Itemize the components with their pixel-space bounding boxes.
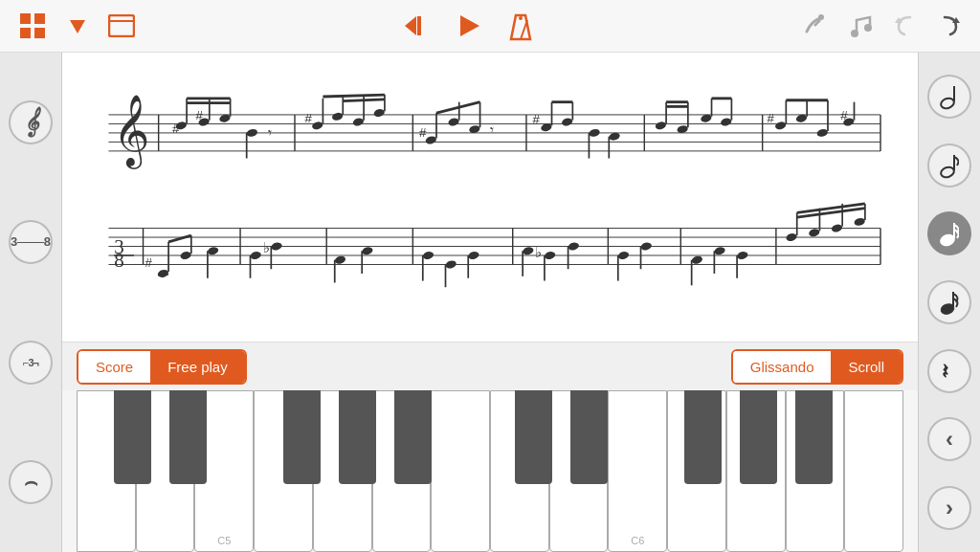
svg-point-166 [940,165,955,178]
main-content: 𝄞 38 ⌐3¬ ⌢ 𝄞 [0,53,980,552]
svg-point-146 [691,255,703,265]
undo-button[interactable] [889,10,922,42]
svg-point-133 [522,246,534,255]
toolbar-right [799,9,966,43]
free-play-button[interactable]: Free play [150,351,245,383]
svg-point-89 [816,128,829,138]
black-key-6[interactable] [515,390,552,484]
toolbar-center [399,7,539,45]
svg-point-80 [720,117,732,126]
undo-icon [893,13,918,38]
black-key-3[interactable] [283,390,321,484]
svg-point-15 [851,30,858,37]
svg-point-85 [774,121,787,130]
play-icon [455,12,481,39]
white-key-10[interactable]: C6 [608,390,667,552]
svg-rect-2 [20,28,31,38]
svg-rect-0 [20,13,31,24]
svg-text:#: # [767,111,774,125]
slur-button[interactable]: ⌢ [9,460,53,504]
dropdown-icon-button[interactable] [62,11,93,41]
score-button[interactable]: Score [78,351,150,383]
svg-point-118 [271,241,283,251]
touch-button-group: Glissando Scroll [731,349,903,385]
svg-marker-9 [460,15,479,36]
svg-point-121 [334,255,346,265]
play-button[interactable] [451,9,485,43]
piano-keyboard: C5 C6 [62,390,918,552]
time-signature-button[interactable]: 38 [9,220,53,264]
scroll-button[interactable]: Scroll [831,351,902,383]
svg-rect-8 [417,16,421,35]
svg-point-54 [448,117,460,126]
treble-clef-symbol: 𝄞 [113,95,149,169]
rewind-button[interactable] [399,9,434,43]
score-area: 𝄞 # # 𝄾 [62,53,918,552]
nav-next-button[interactable]: › [927,486,971,530]
svg-line-11 [521,20,527,39]
svg-text:𝄾: 𝄾 [490,127,494,133]
note-duration-2[interactable] [927,144,971,188]
svg-text:#: # [419,125,427,140]
black-key-5[interactable] [394,390,432,484]
svg-point-150 [736,251,748,260]
c5-label: C5 [195,535,253,546]
svg-point-52 [425,135,437,144]
svg-text:#: # [145,255,152,270]
svg-marker-7 [405,16,416,35]
svg-point-141 [617,251,630,260]
metronome-icon [506,11,535,41]
svg-point-164 [940,97,955,110]
svg-point-72 [655,121,667,130]
settings-button[interactable] [799,9,834,43]
white-key-7[interactable] [431,390,490,552]
svg-point-64 [561,117,573,126]
svg-point-44 [352,117,365,126]
glissando-button[interactable]: Glissando [733,351,832,383]
music-button[interactable] [845,9,878,43]
metronome-button[interactable] [502,7,539,45]
black-key-9[interactable] [740,390,777,484]
nav-prev-button[interactable]: ‹ [927,417,971,461]
note-duration-3-active[interactable] [927,211,971,255]
svg-point-168 [940,233,955,247]
svg-point-136 [544,251,556,260]
notation-svg: 𝄞 # # 𝄾 [81,60,899,334]
notation-section: 𝄞 # # 𝄾 [62,53,918,342]
svg-point-159 [854,217,866,227]
settings-icon [803,12,830,39]
black-key-2[interactable] [169,390,207,484]
black-key-1[interactable] [114,390,151,484]
black-key-4[interactable] [339,390,376,484]
black-key-7[interactable] [570,390,608,484]
svg-point-143 [640,241,653,251]
svg-point-67 [589,128,601,138]
svg-point-128 [445,259,457,269]
treble-clef-button[interactable]: 𝄞 [9,100,53,144]
svg-line-111 [168,235,191,242]
svg-line-49 [343,99,385,101]
mode-button-group: Score Free play [77,349,247,385]
redo-button[interactable] [933,10,966,42]
svg-point-13 [818,14,824,20]
tuplet-button[interactable]: ⌐3¬ [9,341,53,385]
grid-icon-button[interactable] [14,8,51,44]
dropdown-icon [66,14,89,37]
rest-button[interactable]: 𝄽 [927,349,971,393]
svg-point-46 [373,108,386,118]
svg-marker-4 [70,20,85,33]
note-duration-1[interactable] [927,75,971,119]
black-key-8[interactable] [684,390,722,484]
svg-text:#: # [196,108,204,122]
note-duration-4[interactable] [927,280,971,324]
svg-rect-5 [109,15,134,36]
layout-icon-button[interactable] [104,11,139,41]
white-key-14[interactable] [844,390,903,552]
piano-section: Score Free play Glissando Scroll C5 [62,342,918,552]
black-key-10[interactable] [795,390,833,484]
layout-icon [108,14,135,37]
svg-point-155 [808,228,820,237]
svg-text:𝄽: 𝄽 [943,364,948,378]
svg-point-138 [568,241,580,251]
svg-point-42 [331,112,344,121]
